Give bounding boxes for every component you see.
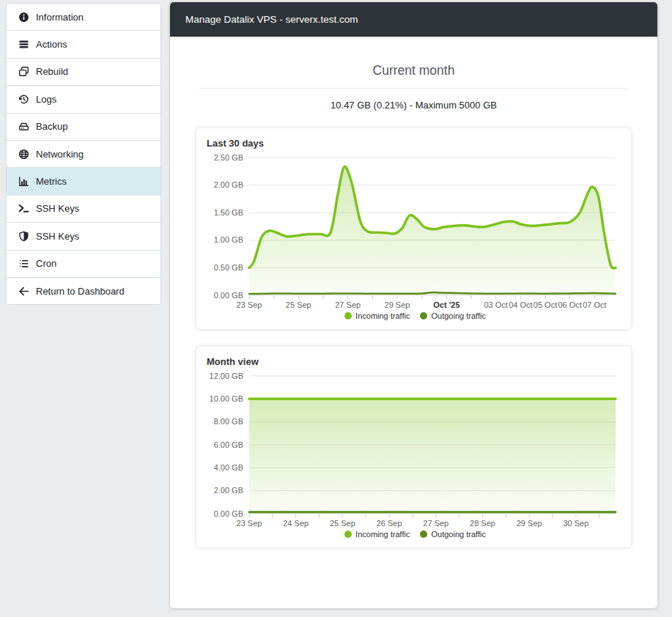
- sidebar-item-label: Cron: [36, 258, 56, 269]
- sidebar-item-backup[interactable]: Backup: [7, 114, 160, 141]
- chart-card-month-view: Month view 0.00 GB2.00 GB4.00 GB6.00 GB8…: [196, 347, 631, 547]
- app: InformationActionsRebuildLogsBackupNetwo…: [0, 0, 672, 617]
- legend-dot: [344, 312, 352, 319]
- logs-history-icon: [18, 93, 29, 105]
- svg-text:28 Sep: 28 Sep: [470, 519, 495, 528]
- sidebar-item-rebuild[interactable]: Rebuild: [7, 59, 160, 86]
- actions-list-icon: [18, 39, 29, 51]
- last-30-days-chart[interactable]: 0.00 GB0.50 GB1.00 GB1.50 GB2.00 GB2.50 …: [205, 150, 619, 311]
- sidebar-item-label: Return to Dashboard: [36, 286, 125, 297]
- svg-text:05 Oct: 05 Oct: [533, 300, 557, 309]
- legend-label: Outgoing traffic: [431, 530, 485, 539]
- legend-label: Incoming traffic: [355, 311, 410, 320]
- sidebar-item-label: Metrics: [36, 176, 67, 187]
- sidebar-item-metrics[interactable]: Metrics: [7, 168, 160, 195]
- sidebar-item-label: Rebuild: [36, 66, 68, 77]
- arrow-left-icon: [18, 285, 29, 297]
- legend-dot: [420, 312, 427, 319]
- svg-text:24 Sep: 24 Sep: [283, 519, 309, 528]
- shield-icon: [18, 230, 29, 242]
- window-title: Manage Datalix VPS - serverx.test.com: [185, 14, 358, 25]
- svg-text:0.50 GB: 0.50 GB: [214, 263, 243, 272]
- svg-text:27 Sep: 27 Sep: [423, 519, 448, 528]
- sidebar-item-label: Networking: [36, 149, 84, 160]
- legend-dot: [420, 531, 427, 538]
- main-panel: Manage Datalix VPS - serverx.test.com Cu…: [170, 2, 657, 608]
- legend-dot: [344, 531, 352, 538]
- legend-label: Incoming traffic: [355, 530, 410, 539]
- metrics-chart-icon: [18, 176, 29, 188]
- svg-text:0.00 GB: 0.00 GB: [214, 509, 243, 518]
- svg-text:23 Sep: 23 Sep: [237, 300, 262, 309]
- sidebar-item-logs[interactable]: Logs: [7, 86, 160, 113]
- sidebar-item-label: Logs: [36, 94, 56, 105]
- sidebar-item-ssh-keys[interactable]: SSH Keys: [7, 223, 160, 250]
- svg-text:06 Oct: 06 Oct: [558, 300, 581, 309]
- chart-title-last-30-days: Last 30 days: [207, 138, 625, 149]
- info-circle-icon: [18, 11, 29, 23]
- svg-text:2.00 GB: 2.00 GB: [214, 180, 243, 189]
- svg-text:Oct '25: Oct '25: [433, 300, 459, 309]
- svg-text:26 Sep: 26 Sep: [377, 519, 402, 528]
- svg-text:0.00 GB: 0.00 GB: [214, 291, 243, 300]
- svg-text:04 Oct: 04 Oct: [509, 300, 532, 309]
- svg-text:25 Sep: 25 Sep: [286, 300, 311, 309]
- legend-item-outgoing-traffic[interactable]: Outgoing traffic: [420, 530, 485, 539]
- networking-globe-icon: [18, 148, 29, 160]
- cron-list-icon: [18, 258, 29, 270]
- svg-text:25 Sep: 25 Sep: [330, 519, 355, 528]
- window-header: Manage Datalix VPS - serverx.test.com: [170, 2, 657, 37]
- divider: [199, 88, 628, 89]
- sidebar-item-networking[interactable]: Networking: [7, 141, 160, 168]
- sidebar-item-return-to-dashboard[interactable]: Return to Dashboard: [7, 278, 160, 304]
- chart-legend: Incoming trafficOutgoing traffic: [205, 530, 625, 539]
- terminal-icon: [18, 203, 29, 215]
- svg-text:1.00 GB: 1.00 GB: [214, 235, 243, 244]
- svg-text:4.00 GB: 4.00 GB: [214, 463, 243, 472]
- sidebar-item-label: SSH Keys: [36, 203, 79, 214]
- svg-text:30 Sep: 30 Sep: [563, 519, 588, 528]
- sidebar-item-information[interactable]: Information: [7, 4, 160, 31]
- svg-text:10.00 GB: 10.00 GB: [210, 394, 243, 403]
- svg-text:23 Sep: 23 Sep: [237, 519, 262, 528]
- svg-text:07 Oct: 07 Oct: [583, 300, 606, 309]
- sidebar-item-label: Information: [36, 12, 84, 23]
- svg-text:12.00 GB: 12.00 GB: [210, 372, 243, 380]
- backup-drive-icon: [18, 121, 29, 133]
- page-title: Current month: [170, 63, 657, 78]
- legend-item-outgoing-traffic[interactable]: Outgoing traffic: [420, 311, 485, 320]
- chart-title-month-view: Month view: [207, 356, 625, 367]
- chart-legend: Incoming trafficOutgoing traffic: [205, 311, 625, 320]
- sidebar-item-label: SSH Keys: [36, 231, 79, 242]
- svg-text:2.50 GB: 2.50 GB: [214, 153, 243, 162]
- svg-text:29 Sep: 29 Sep: [517, 519, 542, 528]
- metrics-content: Current month 10.47 GB (0.21%) - Maximum…: [170, 63, 657, 547]
- sidebar-item-cron[interactable]: Cron: [7, 251, 160, 278]
- svg-text:03 Oct: 03 Oct: [484, 300, 507, 309]
- svg-text:29 Sep: 29 Sep: [385, 300, 410, 309]
- rebuild-clone-icon: [18, 66, 29, 78]
- svg-text:2.00 GB: 2.00 GB: [214, 486, 243, 495]
- legend-item-incoming-traffic[interactable]: Incoming traffic: [344, 530, 410, 539]
- sidebar-item-label: Backup: [36, 121, 67, 132]
- usage-summary: 10.47 GB (0.21%) - Maximum 5000 GB: [170, 100, 657, 111]
- svg-text:27 Sep: 27 Sep: [335, 300, 361, 309]
- sidebar: InformationActionsRebuildLogsBackupNetwo…: [6, 3, 161, 305]
- chart-card-last-30-days: Last 30 days 0.00 GB0.50 GB1.00 GB1.50 G…: [196, 128, 631, 329]
- sidebar-item-actions[interactable]: Actions: [7, 31, 160, 58]
- sidebar-item-ssh-keys[interactable]: SSH Keys: [7, 196, 160, 223]
- svg-text:6.00 GB: 6.00 GB: [214, 440, 243, 449]
- month-view-chart[interactable]: 0.00 GB2.00 GB4.00 GB6.00 GB8.00 GB10.00…: [205, 369, 619, 530]
- legend-label: Outgoing traffic: [431, 311, 485, 320]
- sidebar-item-label: Actions: [36, 39, 67, 50]
- svg-text:8.00 GB: 8.00 GB: [214, 417, 243, 426]
- legend-item-incoming-traffic[interactable]: Incoming traffic: [344, 311, 410, 320]
- svg-text:1.50 GB: 1.50 GB: [214, 208, 243, 217]
